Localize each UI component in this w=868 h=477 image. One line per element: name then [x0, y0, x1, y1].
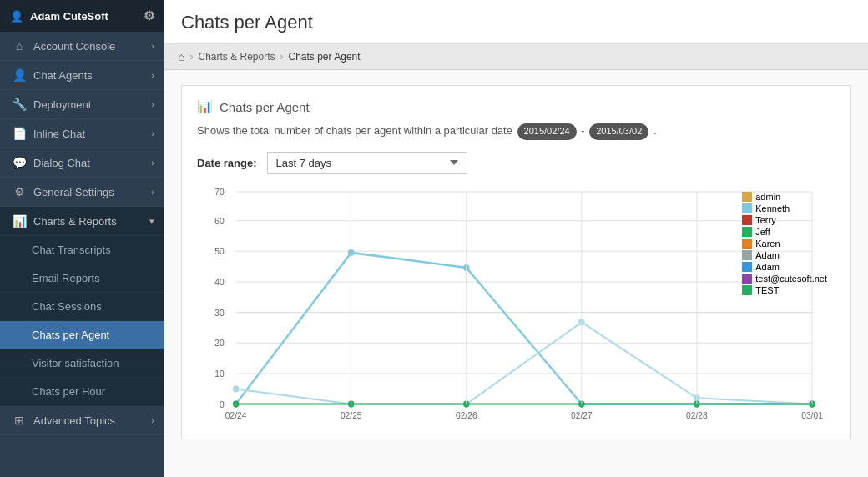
submenu-chat-sessions[interactable]: Chat Sessions — [0, 293, 164, 321]
sidebar-item-deployment[interactable]: 🔧 Deployment › — [0, 90, 164, 119]
legend-color-terry — [742, 215, 752, 225]
legend-label: Karen — [755, 238, 780, 249]
sidebar-item-label: Account Console — [33, 40, 151, 53]
svg-point-34 — [233, 400, 239, 407]
sidebar-item-chat-agents[interactable]: 👤 Chat Agents › — [0, 61, 164, 90]
chart-area: .grid-line { stroke: #e0e0e0; stroke-wid… — [197, 188, 835, 425]
legend-color-kenneth — [742, 203, 752, 213]
chevron-right-icon: › — [151, 99, 154, 109]
chevron-right-icon: › — [151, 415, 154, 425]
submenu-visitor-satisfaction[interactable]: Visitor satisfaction — [0, 349, 164, 378]
main-content: Chats per Agent ⌂ › Charts & Reports › C… — [164, 0, 868, 477]
legend-label: Jeff — [755, 227, 770, 237]
submenu-email-reports[interactable]: Email Reports — [0, 264, 164, 293]
user-avatar-icon: 👤 — [10, 10, 23, 23]
settings-icon[interactable]: ⚙ — [144, 8, 154, 23]
submenu-label: Email Reports — [32, 272, 100, 284]
page-title: Chats per Agent — [181, 12, 851, 33]
sidebar-item-label: Charts & Reports — [33, 215, 149, 228]
sidebar-item-general-settings[interactable]: ⚙ General Settings › — [0, 178, 164, 207]
description-text: Shows the total number of chats per agen… — [197, 123, 835, 140]
svg-text:02/28: 02/28 — [686, 409, 708, 420]
legend-label: test@cutesoft.net — [755, 274, 827, 284]
legend-color-test-email — [742, 274, 752, 284]
sidebar-item-charts-reports[interactable]: 📊 Charts & Reports ▾ — [0, 207, 164, 236]
submenu-label: Visitor satisfaction — [32, 357, 119, 369]
date-from-badge: 2015/02/24 — [517, 123, 577, 140]
svg-text:30: 30 — [214, 307, 224, 318]
legend-item-jeff: Jeff — [742, 227, 827, 237]
sidebar-item-advanced-topics[interactable]: ⊞ Advanced Topics › — [0, 406, 164, 435]
chevron-down-icon: ▾ — [149, 216, 154, 227]
legend-label: Terry — [755, 215, 775, 225]
chart-svg: .grid-line { stroke: #e0e0e0; stroke-wid… — [197, 188, 835, 425]
legend-item-test-email: test@cutesoft.net — [742, 274, 827, 284]
legend-color-test — [742, 285, 752, 295]
date-range-row: Date range: Last 7 days Last 30 days Las… — [197, 152, 835, 174]
dialog-chat-icon: 💬 — [10, 156, 28, 169]
sidebar-item-label: Chat Agents — [33, 69, 151, 82]
breadcrumb-separator-2: › — [280, 51, 284, 63]
svg-text:02/26: 02/26 — [456, 409, 477, 420]
breadcrumb-current: Chats per Agent — [289, 51, 361, 63]
legend-label: Kenneth — [755, 203, 790, 213]
chevron-right-icon: › — [151, 187, 154, 197]
legend-item-test: TEST — [742, 285, 827, 295]
legend-item-terry: Terry — [742, 215, 827, 225]
content-area: 📊 Chats per Agent Shows the total number… — [164, 70, 868, 477]
sidebar-item-label: General Settings — [33, 186, 151, 198]
general-settings-icon: ⚙ — [10, 185, 28, 198]
date-range-select[interactable]: Last 7 days Last 30 days Last 90 days Cu… — [267, 152, 467, 174]
legend-item-admin: admin — [742, 192, 827, 202]
sidebar-username: Adam CuteSoft — [30, 10, 108, 23]
submenu-label: Chat Sessions — [32, 300, 102, 313]
svg-text:0: 0 — [220, 399, 225, 409]
sidebar-item-label: Deployment — [33, 98, 151, 111]
chevron-right-icon: › — [151, 70, 154, 80]
deployment-icon: 🔧 — [10, 98, 28, 111]
sidebar-item-label: Advanced Topics — [33, 414, 151, 427]
inline-chat-icon: 📄 — [10, 127, 28, 140]
charts-icon: 📊 — [10, 214, 28, 228]
legend-label: TEST — [755, 285, 779, 295]
submenu-chat-transcripts[interactable]: Chat Transcripts — [0, 236, 164, 264]
sidebar-item-inline-chat[interactable]: 📄 Inline Chat › — [0, 119, 164, 148]
svg-text:02/25: 02/25 — [341, 409, 362, 420]
breadcrumb-home-icon[interactable]: ⌂ — [178, 50, 184, 63]
breadcrumb-charts-reports[interactable]: Charts & Reports — [198, 51, 275, 63]
legend-color-adam1 — [742, 250, 752, 260]
submenu-label: Chats per Hour — [32, 385, 105, 398]
legend-item-adam2: Adam — [742, 262, 827, 272]
legend-item-adam1: Adam — [742, 250, 827, 260]
submenu-chats-per-hour[interactable]: Chats per Hour — [0, 378, 164, 406]
legend-item-karen: Karen — [742, 238, 827, 249]
date-range-label: Date range: — [197, 157, 257, 169]
user-info: 👤 Adam CuteSoft — [10, 10, 108, 23]
report-section: 📊 Chats per Agent Shows the total number… — [181, 85, 851, 439]
chevron-right-icon: › — [151, 128, 154, 138]
svg-text:70: 70 — [214, 188, 224, 197]
svg-text:02/24: 02/24 — [225, 409, 247, 420]
svg-text:10: 10 — [214, 368, 224, 379]
legend-color-jeff — [742, 227, 752, 237]
chevron-right-icon: › — [151, 158, 154, 168]
section-chart-icon: 📊 — [197, 99, 213, 114]
svg-text:20: 20 — [214, 338, 224, 349]
sidebar-item-dialog-chat[interactable]: 💬 Dialog Chat › — [0, 148, 164, 178]
legend-item-kenneth: Kenneth — [742, 203, 827, 213]
svg-point-28 — [233, 385, 239, 392]
sidebar-header: 👤 Adam CuteSoft ⚙ — [0, 0, 164, 32]
submenu-label: Chats per Agent — [32, 329, 109, 341]
page-header: Chats per Agent — [164, 0, 868, 44]
section-title-text: Chats per Agent — [220, 100, 310, 114]
submenu-chats-per-agent[interactable]: Chats per Agent — [0, 321, 164, 349]
breadcrumb: ⌂ › Charts & Reports › Chats per Agent — [164, 44, 868, 70]
legend-color-admin — [742, 192, 752, 202]
legend-label: Adam — [755, 250, 780, 260]
legend-label: Adam — [755, 262, 780, 272]
breadcrumb-separator: › — [189, 51, 193, 63]
submenu-label: Chat Transcripts — [32, 244, 111, 256]
svg-text:02/27: 02/27 — [571, 409, 593, 420]
sidebar-item-account-console[interactable]: ⌂ Account Console › — [0, 32, 164, 61]
charts-submenu: Chat Transcripts Email Reports Chat Sess… — [0, 236, 164, 406]
